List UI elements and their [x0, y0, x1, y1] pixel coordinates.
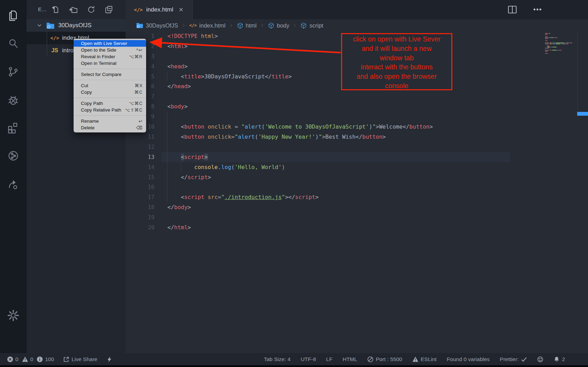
check-icon	[521, 356, 527, 362]
tab-close-icon[interactable]: ×	[179, 6, 183, 14]
context-menu: Open with Live Server Open to the Side ^…	[74, 39, 146, 132]
status-item-100[interactable]: 100	[37, 356, 54, 362]
activity-item-extensions[interactable]	[0, 118, 27, 138]
minimap-line	[545, 48, 577, 48]
status-item-prettier-[interactable]: Prettier:	[500, 356, 527, 362]
minimap[interactable]	[545, 33, 577, 54]
extensions-icon	[7, 122, 20, 134]
breadcrumb: 30DaysOfJS</>index.htmlhtmlbodyscript	[136, 19, 323, 32]
status-item-tab-size-4[interactable]: Tab Size: 4	[264, 356, 291, 362]
menu-item-label: Open with Live Server	[81, 41, 127, 46]
minimap-line	[545, 37, 577, 38]
line-number: 20	[126, 224, 154, 231]
root-folder-label: 30DaysOfJS	[58, 22, 91, 29]
code-line-10: 10 <button onclick = "alert('Welcome to …	[126, 122, 588, 132]
breadcrumb-item-body[interactable]: body	[268, 22, 289, 29]
chevron-right-icon	[181, 23, 186, 28]
activity-item-references[interactable]	[0, 146, 27, 166]
activity-item-debug[interactable]	[0, 90, 27, 110]
status-item-smiley[interactable]	[537, 356, 543, 362]
menu-item-open-to-the-side[interactable]: Open to the Side ^↩	[74, 47, 146, 53]
status-item-html[interactable]: HTML	[342, 356, 357, 362]
chevron-right-icon	[260, 23, 265, 28]
activity-item-source-control[interactable]	[0, 62, 27, 82]
menu-item-rename[interactable]: Rename ↩	[74, 118, 146, 124]
warning-triangle-icon	[412, 356, 419, 362]
menu-item-open-with-live-server[interactable]: Open with Live Server	[74, 40, 146, 47]
menu-item-shortcut: ⌫	[136, 125, 143, 130]
refresh-button[interactable]	[86, 5, 96, 14]
menu-item-select-for-compare[interactable]: Select for Compare	[74, 71, 146, 78]
cube-icon	[268, 22, 274, 29]
status-item-bolt[interactable]	[106, 356, 113, 362]
breadcrumb-item-script[interactable]: script	[300, 22, 323, 29]
menu-item-copy-relative-path[interactable]: Copy Relative Path ⌥⇧⌘C	[74, 107, 146, 113]
code-text: <script>	[167, 154, 208, 160]
menu-item-reveal-in-finder[interactable]: Reveal in Finder ⌥⌘R	[74, 53, 146, 60]
code-line-8: 8<body>	[126, 101, 588, 112]
minimap-line	[545, 45, 577, 45]
activity-item-search[interactable]	[0, 33, 27, 54]
code-text: </body>	[167, 204, 191, 211]
menu-item-open-in-terminal[interactable]: Open in Terminal	[74, 60, 146, 67]
warning-triangle-icon	[22, 356, 28, 362]
line-number: 18	[126, 204, 154, 211]
menu-item-copy[interactable]: Copy ⌘C	[74, 89, 146, 95]
code-line-15: 15 </script>	[126, 172, 588, 182]
new-file-button[interactable]	[51, 5, 60, 14]
status-item-2[interactable]: 2	[553, 356, 565, 362]
collapse-all-button[interactable]	[104, 5, 114, 14]
explorer-title: E...	[38, 6, 47, 12]
new-folder-button[interactable]	[69, 5, 78, 14]
annotation-box: click on open with Live Severand it will…	[341, 33, 452, 90]
status-item-found-0-variables[interactable]: Found 0 variables	[447, 356, 490, 362]
status-item-0[interactable]: 0	[22, 356, 33, 362]
activity-item-explorer[interactable]	[0, 6, 27, 26]
minimap-line	[545, 52, 577, 53]
breadcrumb-item-30DaysOfJS[interactable]: 30DaysOfJS	[136, 22, 178, 29]
split-editor-icon[interactable]	[507, 4, 518, 16]
vscode-window: E... 30DaysOfJS</>index.htmlJSintroducti…	[0, 0, 588, 367]
menu-item-delete[interactable]: Delete ⌫	[74, 124, 146, 131]
annotation-text-line: and it will launch a new	[342, 44, 451, 53]
folder-icon	[46, 22, 55, 30]
minimap-line	[545, 33, 577, 34]
code-line-12: 12	[126, 142, 588, 152]
menu-item-label: Reveal in Finder	[81, 54, 115, 59]
status-item-port-5500[interactable]: Port : 5500	[367, 356, 402, 362]
code-text: <script src="./introduction.js"></script…	[167, 194, 319, 200]
status-item-eslint[interactable]: ESLint	[412, 356, 437, 362]
chevron-right-icon	[260, 23, 265, 28]
menu-item-copy-path[interactable]: Copy Path ⌥⌘C	[74, 100, 146, 107]
scrollbar-selection-marker	[577, 112, 588, 116]
tab-bar: </> index.html ×	[126, 0, 588, 19]
status-item-0[interactable]: 0	[7, 356, 18, 362]
menu-separator	[74, 67, 146, 71]
status-item-label: Port : 5500	[376, 356, 402, 362]
chevron-down-icon	[36, 22, 43, 29]
menu-item-label: Rename	[81, 118, 99, 124]
more-actions-icon[interactable]	[532, 4, 543, 16]
status-item-lf[interactable]: LF	[326, 356, 332, 362]
activity-item-settings[interactable]	[0, 305, 27, 326]
chevron-right-icon	[229, 23, 234, 28]
symbol-cube-icon	[268, 22, 274, 29]
tab-index-html[interactable]: </> index.html ×	[126, 0, 194, 19]
minimap-line	[545, 51, 577, 52]
status-item-live-share[interactable]: Live Share	[63, 356, 97, 362]
activity-item-live-share[interactable]	[0, 174, 27, 194]
menu-item-cut[interactable]: Cut ⌘X	[74, 82, 146, 89]
line-number: 13	[126, 154, 154, 160]
status-item-label: 100	[45, 356, 54, 362]
tree-root-row[interactable]: 30DaysOfJS	[27, 19, 126, 32]
chevron-right-icon	[292, 23, 297, 28]
breadcrumb-item-html[interactable]: html	[237, 22, 257, 29]
code-line-14: 14 console.log('Hello, World')	[126, 162, 588, 172]
menu-item-shortcut: ⌘X	[135, 83, 143, 88]
menu-item-shortcut: ⌘C	[134, 90, 143, 95]
breadcrumb-item-index-html[interactable]: </>index.html	[189, 22, 226, 29]
status-item-utf-8[interactable]: UTF-8	[301, 356, 316, 362]
annotation-text-line: and also open the browser	[342, 72, 451, 81]
minimap-line	[545, 41, 577, 42]
code-text: </head>	[167, 83, 191, 90]
